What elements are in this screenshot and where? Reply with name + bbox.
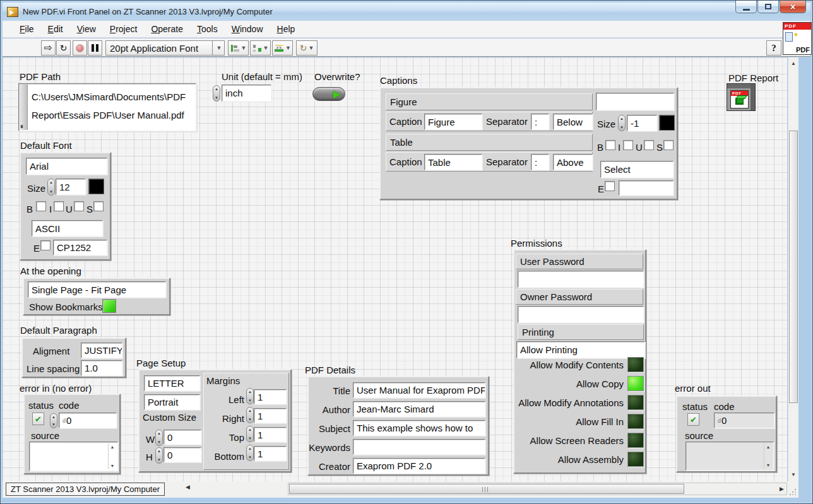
keywords-field[interactable] [353,439,485,455]
menu-operate[interactable]: Operate [144,21,190,37]
menu-window[interactable]: Window [225,21,270,37]
pdf-report-refnum[interactable]: PDF [727,83,756,111]
caption-font-name-field[interactable] [596,93,674,110]
font-encoding-field[interactable]: CP1252 [53,240,107,255]
caption-font-colorbox[interactable] [659,115,675,131]
allow-assembly-led[interactable] [627,452,644,467]
font-size-field[interactable]: 12 [56,179,86,195]
width-spinner[interactable]: ▲▼ [155,430,163,446]
font-ring[interactable]: 20pt Application Font [105,40,213,56]
pdf-details-cluster[interactable]: Title User Manual for Exaprom PDF Author… [307,376,489,476]
pdf-path-value[interactable]: C:\Users\JMSimard\Documents\PDF Report\E… [32,88,193,124]
width-field[interactable]: 0 [163,430,201,445]
opening-layout-ring[interactable]: Single Page - Fit Page [28,281,166,298]
font-name-field[interactable]: Arial [26,158,107,175]
field-scrollbar[interactable]: ▲▼ [108,443,116,469]
menu-view[interactable]: View [70,21,103,37]
font-italic-checkbox[interactable] [54,201,64,211]
allow-copy-led[interactable] [627,376,644,391]
error-out-cluster[interactable]: status code ✔ d0 source ▲▼ [676,396,777,472]
caption-underline-checkbox[interactable] [644,140,654,150]
horizontal-scrollbar-thumb[interactable] [289,484,684,494]
caption-encoding-field[interactable] [619,180,674,196]
distribute-objects-button[interactable]: ▼ [250,40,271,56]
height-field[interactable]: 0 [163,447,201,462]
error-in-code-spinner[interactable]: ▲▼ [50,413,57,428]
table-separator-field[interactable]: : [531,154,549,170]
align-objects-button[interactable]: ▼ [228,40,249,56]
font-size-spinner[interactable]: ▲▼ [47,179,55,196]
vi-icon[interactable]: PDF * PDF [783,22,812,55]
table-caption-field[interactable]: Table [424,154,482,170]
pause-button[interactable] [88,40,102,56]
captions-cluster[interactable]: Figure Caption Figure Separator : Below … [379,87,678,200]
height-spinner[interactable]: ▲▼ [155,447,163,464]
caption-font-size-field[interactable]: -1 [627,115,657,131]
caption-charset-ring[interactable]: Select [600,161,674,178]
vertical-scrollbar[interactable]: ▲ ▼ [788,57,798,481]
scroll-left-icon[interactable]: ◀ [186,484,190,490]
allow-screen-readers-led[interactable] [627,433,644,448]
creator-field[interactable]: Exaprom PDF 2.0 [353,458,485,474]
horizontal-scrollbar[interactable]: ▶ [288,483,787,495]
alignment-ring[interactable]: JUSTIFY [81,343,122,358]
author-field[interactable]: Jean-Marc Simard [353,401,485,417]
menu-file[interactable]: File [13,21,41,37]
context-help-button[interactable]: ? [766,40,781,56]
caption-font-size-spinner[interactable]: ▲▼ [618,115,626,131]
figure-caption-field[interactable]: Figure [424,114,482,130]
minimize-button[interactable] [735,1,757,13]
user-password-field[interactable] [518,271,644,288]
overwrite-switch[interactable] [312,87,345,101]
menu-help[interactable]: Help [270,21,302,37]
orientation-ring[interactable]: Portrait [144,394,200,410]
resize-objects-button[interactable]: ▼ [272,40,293,56]
maximize-button[interactable] [757,1,779,13]
path-browse-strip[interactable]: ▖ [20,85,28,130]
caption-strike-checkbox[interactable] [663,140,674,150]
resize-grip[interactable] [789,488,797,496]
title-field[interactable]: User Manual for Exaprom PDF [353,382,485,398]
font-ring-dropdown[interactable]: ▼ [212,40,225,56]
allow-modify-annotations-led[interactable] [627,395,644,410]
close-button[interactable]: × [780,1,806,13]
unit-ring[interactable]: inch [222,85,271,102]
allow-fill-in-led[interactable] [627,414,644,429]
error-in-cluster[interactable]: status code ✔ ▲▼ d0 source ▲▼ [23,394,121,474]
margin-right-spinner[interactable]: ▲▼ [246,407,254,423]
caption-encoding-checkbox[interactable] [605,181,615,191]
scroll-right-icon[interactable]: ▶ [780,486,784,492]
margin-top-field[interactable]: 1 [254,427,287,442]
margin-bottom-spinner[interactable]: ▲▼ [246,445,254,461]
execution-target-box[interactable]: ZT Scanner 2013 V3.lvproj/My Computer [6,483,165,496]
menu-tools[interactable]: Tools [190,21,225,37]
pdf-path-control[interactable]: ▖ C:\Users\JMSimard\Documents\PDF Report… [18,83,196,131]
font-strike-checkbox[interactable] [93,201,104,211]
unit-spinner[interactable]: ▲▼ [213,85,220,102]
margin-top-spinner[interactable]: ▲▼ [246,426,254,442]
table-position-ring[interactable]: Above [553,154,593,170]
caption-bold-checkbox[interactable] [605,140,615,150]
scroll-up-icon[interactable]: ▲ [788,59,798,69]
subject-field[interactable]: This example shows how to [353,420,485,436]
allow-modify-contents-led[interactable] [627,357,644,372]
menu-project[interactable]: Project [103,21,145,37]
vertical-scrollbar-thumb[interactable] [789,131,798,403]
menu-edit[interactable]: Edit [41,21,70,37]
margin-left-field[interactable]: 1 [254,389,287,404]
error-in-source-field[interactable]: ▲▼ [29,442,118,471]
error-in-status-button[interactable]: ✔ [32,413,44,425]
default-font-cluster[interactable]: Arial Size ▲▼ 12 B I U S ASCII E CP1252 [20,152,111,261]
paper-size-ring[interactable]: LETTER [144,375,200,391]
font-bold-checkbox[interactable] [36,201,46,211]
margin-right-field[interactable]: 1 [254,408,287,423]
permissions-cluster[interactable]: User Password Owner Password Printing Al… [513,249,646,474]
margin-bottom-field[interactable]: 1 [254,446,287,461]
at-the-opening-cluster[interactable]: Single Page - Fit Page Show Bookmarks [23,278,170,315]
figure-separator-field[interactable]: : [531,114,549,130]
font-underline-checkbox[interactable] [74,201,84,211]
show-bookmarks-led[interactable] [102,299,116,313]
reorder-objects-button[interactable]: ↻ ▼ [296,40,317,56]
font-colorbox[interactable] [88,179,104,194]
page-setup-cluster[interactable]: LETTER Portrait Custom Size W ▲▼ 0 H ▲▼ … [138,369,292,472]
